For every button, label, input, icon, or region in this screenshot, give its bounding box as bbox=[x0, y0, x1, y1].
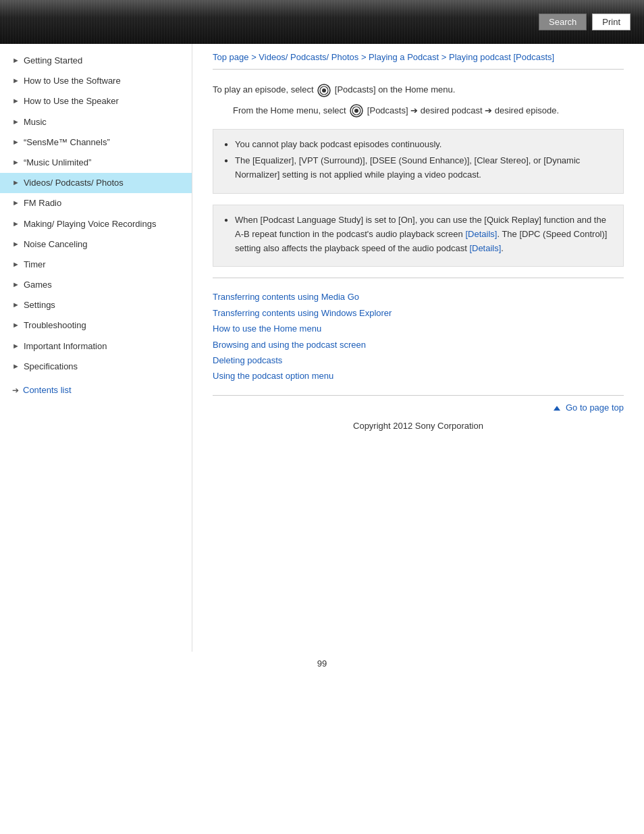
info-box-1: You cannot play back podcast episodes co… bbox=[213, 129, 624, 194]
content-footer: Go to page top bbox=[213, 395, 624, 417]
chevron-right-icon: ► bbox=[12, 341, 20, 351]
sidebar-item-label: Noise Canceling bbox=[24, 238, 185, 251]
arrow-right-icon: ➔ bbox=[12, 386, 19, 395]
sidebar-item-label: “SensMe™ Channels” bbox=[24, 136, 185, 149]
chevron-right-icon: ► bbox=[12, 178, 20, 188]
page-number: 99 bbox=[0, 652, 644, 682]
chevron-right-icon: ► bbox=[12, 137, 20, 147]
svg-point-1 bbox=[322, 88, 326, 93]
podcasts-icon-2 bbox=[350, 104, 363, 118]
content-divider bbox=[213, 278, 624, 278]
print-button[interactable]: Print bbox=[592, 14, 630, 30]
sidebar-item-timer[interactable]: ► Timer bbox=[0, 255, 192, 275]
breadcrumb-playing-podcast-podcasts[interactable]: Playing podcast [Podcasts] bbox=[449, 52, 554, 62]
chevron-right-icon: ► bbox=[12, 280, 20, 290]
breadcrumb-videos-podcasts-photos[interactable]: Videos/ Podcasts/ Photos bbox=[259, 52, 358, 62]
related-link-home-menu[interactable]: How to use the Home menu bbox=[213, 321, 624, 336]
sidebar-item-label: Games bbox=[24, 279, 185, 291]
related-link-windows-explorer[interactable]: Transferring contents using Windows Expl… bbox=[213, 305, 624, 321]
chevron-right-icon: ► bbox=[12, 96, 20, 106]
podcasts-icon bbox=[317, 84, 331, 97]
related-link-podcast-screen[interactable]: Browsing and using the podcast screen bbox=[213, 337, 624, 353]
sidebar-item-music-unlimited[interactable]: ► “Music Unlimited” bbox=[0, 153, 192, 173]
sidebar-footer: ➔ Contents list bbox=[0, 377, 192, 403]
info-box-2: When [Podcast Language Study] is set to … bbox=[213, 205, 624, 267]
chevron-right-icon: ► bbox=[12, 117, 20, 127]
details-link-1[interactable]: [Details] bbox=[465, 229, 497, 239]
search-button[interactable]: Search bbox=[539, 14, 587, 30]
info-list-item-2: When [Podcast Language Study] is set to … bbox=[224, 213, 612, 255]
sidebar-item-games[interactable]: ► Games bbox=[0, 275, 192, 295]
chevron-right-icon: ► bbox=[12, 320, 20, 330]
chevron-right-icon: ► bbox=[12, 157, 20, 167]
details-link-2[interactable]: [Details] bbox=[469, 243, 501, 253]
related-link-deleting-podcasts[interactable]: Deleting podcasts bbox=[213, 353, 624, 368]
related-links: Transferring contents using Media Go Tra… bbox=[213, 289, 624, 384]
sidebar-item-label: Troubleshooting bbox=[24, 319, 185, 332]
chevron-right-icon: ► bbox=[12, 219, 20, 229]
chevron-right-icon: ► bbox=[12, 239, 20, 249]
breadcrumb-top-page[interactable]: Top page bbox=[213, 52, 249, 62]
info-list-item: You cannot play back podcast episodes co… bbox=[224, 138, 612, 152]
triangle-up-icon bbox=[554, 406, 560, 411]
sidebar-item-label: FM Radio bbox=[24, 197, 185, 209]
sidebar-item-getting-started[interactable]: ► Getting Started bbox=[0, 51, 192, 71]
sidebar-item-label: Specifications bbox=[24, 361, 185, 373]
sidebar-item-music[interactable]: ► Music bbox=[0, 112, 192, 132]
sidebar-item-label: Videos/ Podcasts/ Photos bbox=[24, 177, 185, 189]
sidebar-item-label: Timer bbox=[24, 259, 185, 271]
sidebar-item-label: “Music Unlimited” bbox=[24, 157, 185, 169]
copyright-text: Copyright 2012 Sony Corporation bbox=[213, 417, 624, 442]
sidebar-item-specifications[interactable]: ► Specifications bbox=[0, 357, 192, 377]
info-list-item: The [Equalizer], [VPT (Surround)], [DSEE… bbox=[224, 154, 612, 182]
sidebar-item-fm-radio[interactable]: ► FM Radio bbox=[0, 193, 192, 213]
header-bar: Search Print bbox=[0, 0, 644, 44]
info-list-1: You cannot play back podcast episodes co… bbox=[224, 138, 612, 182]
related-link-podcast-option-menu[interactable]: Using the podcast option menu bbox=[213, 368, 624, 384]
sidebar-item-label: Important Information bbox=[24, 340, 185, 353]
sidebar-item-settings[interactable]: ► Settings bbox=[0, 295, 192, 315]
chevron-right-icon: ► bbox=[12, 76, 20, 86]
info-list-2: When [Podcast Language Study] is set to … bbox=[224, 213, 612, 255]
contents-list-link[interactable]: Contents list bbox=[23, 385, 72, 395]
sidebar-item-label: Music bbox=[24, 116, 185, 128]
sidebar-item-important-information[interactable]: ► Important Information bbox=[0, 336, 192, 357]
sidebar-item-how-to-use-software[interactable]: ► How to Use the Software bbox=[0, 71, 192, 91]
sidebar-item-voice-recordings[interactable]: ► Making/ Playing Voice Recordings bbox=[0, 214, 192, 234]
sidebar-item-label: Making/ Playing Voice Recordings bbox=[24, 218, 185, 230]
sidebar-item-label: How to Use the Software bbox=[24, 75, 185, 87]
sidebar-item-sensme-channels[interactable]: ► “SensMe™ Channels” bbox=[0, 132, 192, 153]
sidebar-item-label: Settings bbox=[24, 299, 185, 311]
home-menu-line: From the Home menu, select [Podcasts] ➔ … bbox=[233, 104, 624, 118]
sidebar-item-noise-canceling[interactable]: ► Noise Canceling bbox=[0, 234, 192, 255]
sidebar-item-label: How to Use the Speaker bbox=[24, 95, 185, 107]
sidebar-item-how-to-use-speaker[interactable]: ► How to Use the Speaker bbox=[0, 91, 192, 111]
chevron-right-icon: ► bbox=[12, 55, 20, 66]
go-to-top-link[interactable]: Go to page top bbox=[554, 402, 624, 413]
intro-text: To play an episode, select [Podcasts] on… bbox=[213, 83, 624, 97]
breadcrumb-playing-podcast[interactable]: Playing a Podcast bbox=[369, 52, 439, 62]
chevron-right-icon: ► bbox=[12, 198, 20, 208]
sidebar-item-troubleshooting[interactable]: ► Troubleshooting bbox=[0, 315, 192, 336]
chevron-right-icon: ► bbox=[12, 300, 20, 310]
sidebar-item-label: Getting Started bbox=[24, 55, 185, 67]
main-layout: ► Getting Started ► How to Use the Softw… bbox=[0, 44, 644, 652]
chevron-right-icon: ► bbox=[12, 259, 20, 269]
breadcrumb: Top page > Videos/ Podcasts/ Photos > Pl… bbox=[213, 44, 624, 70]
content-area: Top page > Videos/ Podcasts/ Photos > Pl… bbox=[192, 44, 644, 652]
chevron-right-icon: ► bbox=[12, 361, 20, 371]
sidebar-item-videos-podcasts-photos[interactable]: ► Videos/ Podcasts/ Photos bbox=[0, 173, 192, 193]
sidebar: ► Getting Started ► How to Use the Softw… bbox=[0, 44, 192, 652]
svg-point-4 bbox=[354, 109, 358, 113]
related-link-media-go[interactable]: Transferring contents using Media Go bbox=[213, 289, 624, 305]
